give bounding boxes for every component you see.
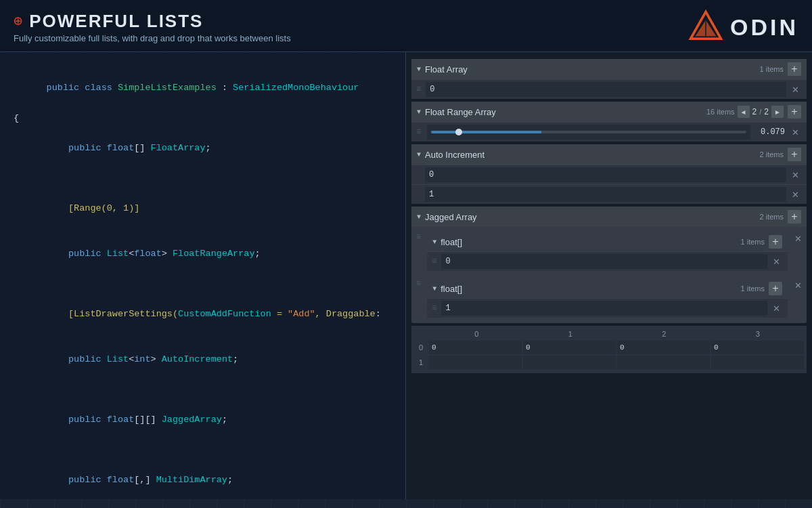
range-slider-container (427, 125, 750, 140)
jagged-sub-1-title: float[] (441, 284, 736, 294)
float-array-add-button[interactable]: + (788, 62, 801, 76)
page-next-button[interactable]: ► (771, 106, 784, 118)
jagged-sub-1-arrow[interactable]: ▼ (432, 285, 436, 293)
jagged-sub-1-header: ▼ float[] 1 items + (427, 279, 788, 298)
header-icon: ⊕ (14, 12, 22, 30)
page-prev-button[interactable]: ◄ (738, 106, 750, 118)
logo-text: ODIN (730, 14, 798, 41)
auto-increment-section: ▼ Auto Increment 2 items + ✕ ✕ (411, 144, 807, 204)
code-line-13: public float[,] MultiDimArray; (14, 458, 392, 499)
matrix-cell-0-1[interactable] (523, 341, 616, 354)
page-sep: / (759, 108, 761, 116)
float-array-count: 1 items (760, 65, 784, 73)
code-line-8: [ListDrawerSettings(CustomAddFunction = … (14, 292, 392, 337)
jagged-sub-0-add[interactable]: + (769, 235, 782, 249)
float-range-array-arrow[interactable]: ▼ (417, 108, 421, 116)
jagged-array-arrow[interactable]: ▼ (417, 213, 421, 221)
auto-increment-input-1[interactable] (425, 187, 786, 202)
float-array-item-0: ≡ ✕ (411, 79, 807, 99)
matrix-cell-0-2[interactable] (617, 341, 710, 354)
code-line-10 (14, 383, 392, 398)
float-array-arrow[interactable]: ▼ (417, 66, 421, 73)
code-line-12 (14, 443, 392, 458)
code-line-1: public class SimpleListExamples : Serial… (14, 66, 392, 111)
matrix-cell-1-0[interactable] (429, 356, 522, 369)
jagged-sub-0-header: ▼ float[] 1 items + (427, 232, 788, 251)
code-line-7 (14, 277, 392, 292)
code-panel: public class SimpleListExamples : Serial… (0, 52, 406, 499)
auto-increment-remove-1[interactable]: ✕ (789, 188, 801, 200)
matrix-row-1: 1 (414, 356, 804, 369)
auto-increment-item-0: ✕ (411, 165, 807, 184)
matrix-cell-1-1[interactable] (523, 356, 616, 369)
code-line-5: [Range(0, 1)] (14, 186, 392, 232)
jagged-sub-0-title: float[] (441, 237, 736, 247)
matrix-corner (414, 329, 429, 339)
matrix-cell-1-3[interactable] (711, 356, 804, 369)
float-range-array-title: Float Range Array (425, 107, 702, 117)
matrix-col-1: 1 (524, 329, 617, 339)
jagged-sub-0-input-0[interactable] (441, 254, 767, 269)
jagged-sub-0: ▼ float[] 1 items + ≡ ✕ (427, 232, 788, 271)
auto-increment-add-button[interactable]: + (788, 148, 801, 161)
code-line-11: public float[][] JaggedArray; (14, 398, 392, 443)
float-array-section: ▼ Float Array 1 items + ≡ ✕ (411, 59, 807, 99)
matrix-row-0: 0 (414, 341, 804, 354)
range-value-display: 0.079 (754, 127, 785, 137)
page-total: 2 (764, 107, 769, 117)
jagged-sub-1-drag-icon[interactable]: ≡ (430, 303, 438, 313)
float-array-remove-0[interactable]: ✕ (789, 83, 801, 96)
drag-handle-icon[interactable]: ≡ (414, 85, 423, 94)
jagged-sub-1-remove-0[interactable]: ✕ (770, 302, 782, 314)
matrix-header-row: 0 1 2 3 (414, 329, 804, 339)
jagged-sub-1-item-0: ≡ ✕ (427, 298, 788, 318)
auto-increment-input-0[interactable] (425, 167, 786, 182)
jagged-sub-1: ▼ float[] 1 items + ≡ ✕ (427, 279, 788, 318)
jagged-sub-0-drag-icon[interactable]: ≡ (430, 257, 438, 266)
jagged-sub-0-remove-0[interactable]: ✕ (770, 255, 782, 268)
jagged-sub-0-arrow[interactable]: ▼ (432, 238, 436, 246)
auto-increment-arrow[interactable]: ▼ (417, 151, 421, 158)
jagged-array-header: ▼ Jagged Array 2 items + (411, 207, 807, 227)
float-array-header: ▼ Float Array 1 items + (411, 59, 807, 79)
jagged-array-section: ▼ Jagged Array 2 items + ≡ ▼ float[] 1 i… (411, 207, 807, 323)
range-slider-input[interactable] (431, 131, 746, 133)
float-range-count: 16 items (706, 108, 735, 116)
pagination-row: 16 items ◄ 2 / 2 ► (706, 106, 784, 118)
jagged-array-title: Jagged Array (425, 212, 756, 222)
jagged-sub-1-container: ≡ ▼ float[] 1 items + ≡ ✕ ✕ (411, 274, 807, 323)
odin-logo-icon (688, 9, 723, 45)
auto-increment-count: 2 items (760, 150, 784, 158)
jagged-drag-1-icon[interactable]: ≡ (414, 279, 423, 289)
jagged-sub-1-add[interactable]: + (769, 282, 782, 295)
matrix-col-2: 2 (618, 329, 710, 339)
auto-increment-title: Auto Increment (425, 150, 756, 160)
matrix-cell-0-0[interactable] (429, 341, 522, 354)
float-array-input-0[interactable] (426, 82, 786, 97)
float-range-add-button[interactable]: + (788, 105, 801, 119)
matrix-cell-1-2[interactable] (617, 356, 710, 369)
matrix-cell-0-3[interactable] (711, 341, 804, 354)
range-remove-button[interactable]: ✕ (789, 126, 801, 138)
code-line-4 (14, 171, 392, 186)
auto-increment-header: ▼ Auto Increment 2 items + (411, 144, 807, 165)
logo-area: ODIN (688, 9, 798, 45)
page-subtitle: Fully customizable full lists, with drag… (14, 33, 291, 43)
jagged-sub-1-input-0[interactable] (441, 301, 767, 316)
matrix-row-label-1: 1 (414, 358, 428, 366)
jagged-remove-1[interactable]: ✕ (792, 279, 804, 291)
matrix-col-0: 0 (430, 329, 523, 339)
jagged-remove-0[interactable]: ✕ (792, 232, 804, 245)
jagged-sub-1-count: 1 items (741, 284, 765, 293)
jagged-sub-0-container: ≡ ▼ float[] 1 items + ≡ ✕ ✕ (411, 227, 807, 274)
jagged-drag-0-icon[interactable]: ≡ (414, 232, 423, 242)
code-line-6: public List<float> FloatRangeArray; (14, 232, 392, 277)
jagged-array-add-button[interactable]: + (788, 210, 801, 224)
jagged-array-count: 2 items (760, 213, 784, 221)
range-drag-handle-icon[interactable]: ≡ (414, 127, 423, 137)
auto-increment-remove-0[interactable]: ✕ (789, 169, 801, 181)
float-range-array-section: ▼ Float Range Array 16 items ◄ 2 / 2 ► +… (411, 102, 807, 142)
code-line-9: public List<int> AutoIncrement; (14, 337, 392, 383)
header-title-row: ⊕ POWERFUL LISTS (14, 11, 291, 32)
jagged-sub-0-item-0: ≡ ✕ (427, 251, 788, 271)
